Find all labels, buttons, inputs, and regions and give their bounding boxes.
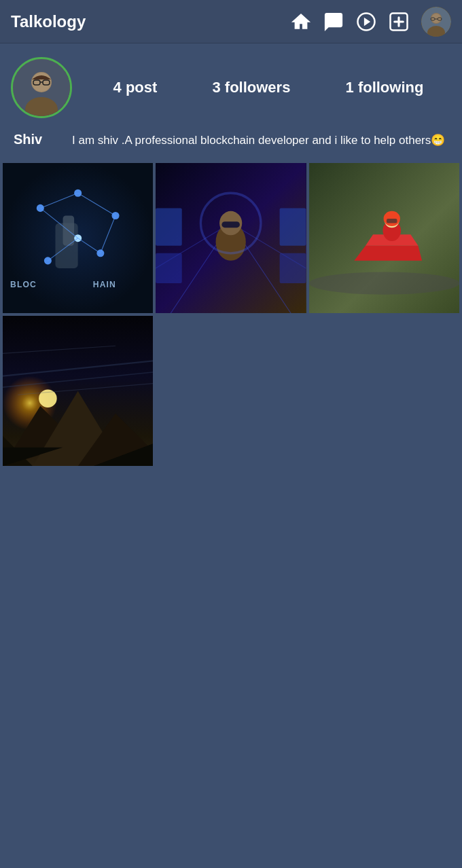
post-item-4[interactable] bbox=[3, 316, 153, 466]
posts-grid: BLOC HAIN bbox=[0, 156, 462, 473]
add-icon[interactable] bbox=[389, 12, 409, 32]
profile-avatar-wrapper[interactable] bbox=[11, 57, 72, 118]
play-icon[interactable] bbox=[356, 12, 376, 32]
posts-count: 4 post bbox=[113, 79, 158, 96]
profile-bio-row: Shiv I am shiv .A professional blockchai… bbox=[11, 126, 451, 149]
svg-rect-57 bbox=[387, 218, 397, 223]
svg-marker-52 bbox=[354, 245, 422, 260]
svg-rect-41 bbox=[280, 253, 306, 283]
app-header: Talkology bbox=[0, 0, 462, 43]
avatar-ring bbox=[11, 57, 72, 118]
app-title: Talkology bbox=[11, 12, 86, 31]
profile-top-row: 4 post 3 followers 1 following bbox=[11, 57, 451, 118]
svg-rect-39 bbox=[280, 208, 306, 245]
svg-text:HAIN: HAIN bbox=[93, 279, 116, 289]
svg-rect-38 bbox=[156, 208, 182, 245]
svg-point-47 bbox=[309, 272, 459, 294]
following-stat: 1 following bbox=[346, 79, 424, 96]
followers-stat: 3 followers bbox=[212, 79, 290, 96]
posts-stat: 4 post bbox=[113, 79, 158, 96]
profile-bio: I am shiv .A professional blockchain dev… bbox=[72, 132, 451, 149]
svg-point-5 bbox=[431, 14, 441, 23]
post-item-3[interactable] bbox=[309, 163, 459, 313]
header-user-avatar[interactable] bbox=[421, 7, 451, 37]
profile-stats: 4 post 3 followers 1 following bbox=[86, 79, 451, 96]
profile-avatar bbox=[13, 59, 70, 116]
profile-section: 4 post 3 followers 1 following Shiv I am… bbox=[0, 43, 462, 156]
chat-icon[interactable] bbox=[323, 12, 344, 32]
home-icon[interactable] bbox=[291, 12, 311, 32]
svg-rect-40 bbox=[156, 253, 182, 283]
post-item-2[interactable] bbox=[156, 163, 306, 313]
svg-rect-44 bbox=[222, 221, 241, 228]
post-item-1[interactable]: BLOC HAIN bbox=[3, 163, 153, 313]
header-nav-icons bbox=[291, 7, 451, 37]
following-count: 1 following bbox=[346, 79, 424, 96]
followers-count: 3 followers bbox=[212, 79, 290, 96]
profile-username: Shiv bbox=[14, 132, 61, 147]
svg-text:BLOC: BLOC bbox=[10, 279, 37, 289]
